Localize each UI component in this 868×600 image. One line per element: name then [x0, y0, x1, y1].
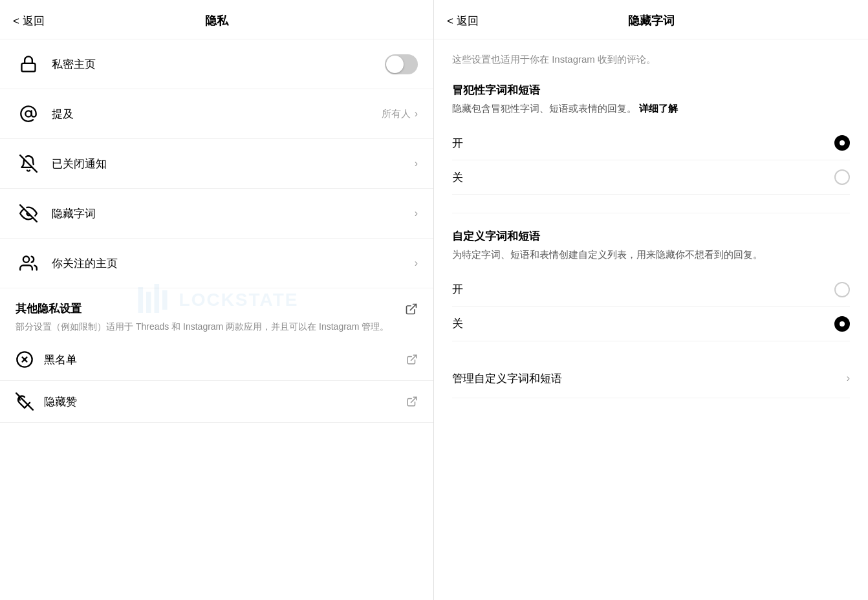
manage-custom-words[interactable]: 管理自定义字词和短语 › [452, 359, 850, 398]
left-panel-title: 隐私 [205, 13, 228, 28]
offensive-off-option[interactable]: 关 [452, 160, 850, 195]
right-content: 这些设置也适用于你在 Instagram 收到的评论。 冒犯性字词和短语 隐藏包… [434, 39, 868, 411]
mentions-label: 提及 [52, 107, 382, 122]
hidden-likes-label: 隐藏赞 [44, 394, 406, 409]
heart-off-icon [16, 392, 34, 411]
offensive-on-radio[interactable] [834, 135, 850, 151]
custom-on-radio[interactable] [834, 282, 850, 297]
custom-desc: 为特定字词、短语和表情创建自定义列表，用来隐藏你不想看到的回复。 [452, 248, 850, 262]
muted-notifications-label: 已关闭通知 [52, 156, 415, 171]
custom-on-label: 开 [452, 282, 463, 297]
right-back-button[interactable]: < 返回 [447, 14, 479, 28]
svg-point-1 [25, 111, 31, 116]
other-privacy-desc: 部分设置（例如限制）适用于 Threads 和 Instagram 两款应用，并… [16, 320, 418, 334]
menu-item-hidden-likes[interactable]: 隐藏赞 [0, 381, 433, 423]
menu-item-following-home[interactable]: 你关注的主页 › [0, 239, 433, 288]
mentions-right: 所有人 › [382, 108, 418, 120]
private-home-toggle-area[interactable] [385, 54, 418, 74]
svg-point-4 [23, 257, 29, 262]
svg-line-2 [20, 155, 37, 172]
manage-custom-words-chevron: › [847, 372, 850, 384]
menu-item-blacklist[interactable]: 黑名单 [0, 339, 433, 381]
menu-item-muted-notifications[interactable]: 已关闭通知 › [0, 139, 433, 189]
toggle-knob [386, 56, 404, 73]
private-home-label: 私密主页 [52, 57, 385, 72]
left-header: < 返回 隐私 [0, 0, 433, 39]
external-link-icon[interactable] [405, 303, 418, 319]
svg-line-5 [410, 305, 416, 310]
people-icon [16, 250, 41, 276]
custom-title: 自定义字词和短语 [452, 229, 850, 244]
svg-line-9 [411, 355, 417, 360]
offensive-on-label: 开 [452, 136, 463, 151]
offensive-desc-link[interactable]: 详细了解 [639, 103, 678, 114]
hidden-words-label: 隐藏字词 [52, 206, 415, 221]
svg-rect-0 [22, 63, 36, 72]
other-privacy-section: 其他隐私设置 部分设置（例如限制）适用于 Threads 和 Instagram… [0, 288, 433, 339]
offensive-on-option[interactable]: 开 [452, 126, 850, 160]
right-description: 这些设置也适用于你在 Instagram 收到的评论。 [452, 52, 850, 67]
blacklist-external-icon [406, 354, 418, 365]
manage-custom-words-label: 管理自定义字词和短语 [452, 371, 562, 386]
menu-item-mentions[interactable]: 提及 所有人 › [0, 89, 433, 139]
custom-off-option[interactable]: 关 [452, 307, 850, 341]
left-back-button[interactable]: < 返回 [13, 14, 45, 28]
offensive-off-radio[interactable] [834, 169, 850, 185]
mentions-chevron: › [415, 108, 418, 120]
section-divider [452, 213, 850, 213]
blacklist-label: 黑名单 [44, 352, 406, 367]
right-panel-title: 隐藏字词 [628, 13, 675, 28]
mentions-value: 所有人 [382, 108, 411, 120]
right-panel: < 返回 隐藏字词 这些设置也适用于你在 Instagram 收到的评论。 冒犯… [434, 0, 868, 600]
menu-item-hidden-words[interactable]: 隐藏字词 › [0, 189, 433, 239]
bell-off-icon [16, 151, 41, 177]
eye-off-icon [16, 200, 41, 226]
custom-off-radio[interactable] [834, 316, 850, 332]
other-privacy-title: 其他隐私设置 [16, 301, 81, 316]
svg-line-11 [411, 397, 417, 402]
hidden-words-chevron: › [415, 208, 418, 219]
menu-item-private-home[interactable]: 私密主页 [0, 39, 433, 89]
custom-on-option[interactable]: 开 [452, 273, 850, 307]
following-home-chevron: › [415, 257, 418, 269]
offensive-off-label: 关 [452, 170, 463, 185]
hidden-likes-external-icon [406, 396, 418, 407]
following-home-label: 你关注的主页 [52, 256, 415, 271]
offensive-desc: 隐藏包含冒犯性字词、短语或表情的回复。 详细了解 [452, 102, 850, 116]
muted-chevron: › [415, 158, 418, 169]
left-panel: < 返回 隐私 私密主页 提及 所有人 › [0, 0, 434, 600]
custom-off-label: 关 [452, 316, 463, 331]
offensive-title: 冒犯性字词和短语 [452, 83, 850, 98]
custom-section: 自定义字词和短语 为特定字词、短语和表情创建自定义列表，用来隐藏你不想看到的回复… [452, 229, 850, 341]
at-icon [16, 101, 41, 127]
offensive-section: 冒犯性字词和短语 隐藏包含冒犯性字词、短语或表情的回复。 详细了解 开 关 [452, 83, 850, 195]
lock-icon [16, 51, 41, 77]
circle-x-icon [16, 350, 34, 369]
right-header: < 返回 隐藏字词 [434, 0, 868, 39]
private-home-toggle[interactable] [385, 54, 418, 74]
